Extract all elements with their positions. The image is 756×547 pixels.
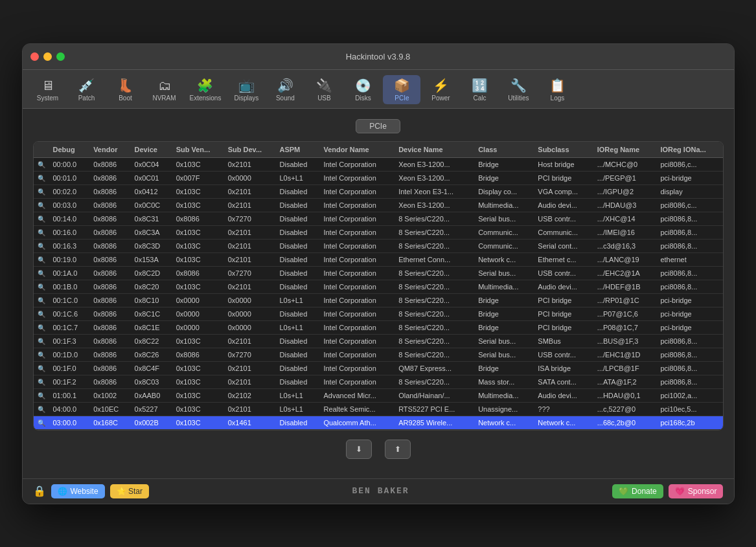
table-row[interactable]: 🔍00:02.00x80860x04120x103C0x2101Disabled…: [34, 184, 723, 198]
cell-ioreg-name: .../PEGP@1: [593, 171, 657, 184]
table-row[interactable]: 🔍00:1A.00x80860x8C2D0x80860x7270Disabled…: [34, 266, 723, 280]
toolbar-label-displays: Displays: [235, 95, 259, 102]
donate-button[interactable]: 💚 Donate: [612, 484, 663, 498]
cell-ioreg-name: .../LPCB@1F: [593, 361, 657, 375]
table-row[interactable]: 🔍00:16.00x80860x8C3A0x103C0x2101Disabled…: [34, 225, 723, 239]
minimize-button[interactable]: [43, 52, 52, 61]
sponsor-button[interactable]: 💗 Sponsor: [669, 484, 724, 498]
col-vendor[interactable]: Vendor: [89, 142, 130, 158]
toolbar-item-patch[interactable]: 💉 Patch: [68, 75, 106, 104]
cell-class: Serial bus...: [474, 266, 534, 280]
row-search-icon[interactable]: 🔍: [34, 388, 49, 402]
cell-device-name: 8 Series/C220...: [395, 293, 474, 307]
toolbar-item-nvram[interactable]: 🗂 NVRAM: [146, 75, 183, 104]
row-search-icon[interactable]: 🔍: [34, 334, 49, 348]
cell-sub-ven...: 0x103C: [172, 361, 224, 375]
row-search-icon[interactable]: 🔍: [34, 157, 49, 171]
cell-sub-ven...: 0x103C: [172, 375, 224, 388]
cell-debug: 00:1B.0: [49, 280, 90, 293]
table-row[interactable]: 🔍03:00.00x168C0x002B0x103C0x1461Disabled…: [34, 416, 723, 429]
row-search-icon[interactable]: 🔍: [34, 171, 49, 184]
website-button[interactable]: 🌐 Website: [51, 484, 105, 498]
table-row[interactable]: 🔍00:1F.00x80860x8C4F0x103C0x2101Disabled…: [34, 361, 723, 375]
row-search-icon[interactable]: 🔍: [34, 375, 49, 388]
table-row[interactable]: 🔍00:00.00x80860x0C040x103C0x2101Disabled…: [34, 157, 723, 171]
table-row[interactable]: 🔍00:14.00x80860x8C310x80860x7270Disabled…: [34, 212, 723, 225]
toolbar-item-boot[interactable]: 👢 Boot: [107, 75, 144, 104]
cell-aspm: Disabled: [276, 157, 320, 171]
table-row[interactable]: 🔍00:1C.70x80860x8C1E0x00000x0000L0s+L1In…: [34, 320, 723, 334]
col-vendor-name[interactable]: Vendor Name: [319, 142, 395, 158]
cell-sub-ven...: 0x103C: [172, 184, 224, 198]
row-search-icon[interactable]: 🔍: [34, 225, 49, 239]
table-row[interactable]: 🔍00:1F.30x80860x8C220x103C0x2101Disabled…: [34, 334, 723, 348]
col-subdev[interactable]: Sub Dev...: [224, 142, 276, 158]
row-search-icon[interactable]: 🔍: [34, 416, 49, 429]
row-search-icon[interactable]: 🔍: [34, 198, 49, 212]
table-row[interactable]: 🔍00:03.00x80860x0C0C0x103C0x2101Disabled…: [34, 198, 723, 212]
table-row[interactable]: 🔍00:1C.60x80860x8C1C0x00000x0000Disabled…: [34, 307, 723, 320]
col-debug[interactable]: Debug: [49, 142, 90, 158]
toolbar-item-displays[interactable]: 📺 Displays: [227, 75, 265, 104]
col-subven[interactable]: Sub Ven...: [172, 142, 224, 158]
col-class[interactable]: Class: [474, 142, 534, 158]
table-row[interactable]: 🔍00:19.00x80860x153A0x103C0x2101Disabled…: [34, 252, 723, 266]
col-ioreg-iona[interactable]: IOReg IONa...: [656, 142, 722, 158]
row-search-icon[interactable]: 🔍: [34, 280, 49, 293]
toolbar-item-sound[interactable]: 🔊 Sound: [266, 75, 304, 104]
row-search-icon[interactable]: 🔍: [34, 239, 49, 252]
cell-vendor: 0x8086: [89, 171, 130, 184]
toolbar-item-system[interactable]: 🖥 System: [29, 75, 67, 104]
col-aspm[interactable]: ASPM: [276, 142, 320, 158]
import-button[interactable]: ⬇: [346, 440, 372, 459]
toolbar-item-pcie[interactable]: 📦 PCIe: [383, 75, 420, 104]
col-device-name[interactable]: Device Name: [395, 142, 474, 158]
row-search-icon[interactable]: 🔍: [34, 402, 49, 416]
cell-ioreg-iona...: pci1002,a...: [656, 388, 722, 402]
row-search-icon[interactable]: 🔍: [34, 348, 49, 361]
cell-sub-ven...: 0x103C: [172, 239, 224, 252]
toolbar-item-power[interactable]: ⚡ Power: [422, 75, 459, 104]
table-row[interactable]: 🔍00:1D.00x80860x8C260x80860x7270Disabled…: [34, 348, 723, 361]
cell-class: Network c...: [474, 252, 534, 266]
star-button[interactable]: ⭐ Star: [110, 484, 149, 498]
row-search-icon[interactable]: 🔍: [34, 320, 49, 334]
cell-vendor: 0x8086: [89, 157, 130, 171]
cell-subclass: Serial cont...: [534, 239, 593, 252]
maximize-button[interactable]: [56, 52, 65, 61]
cell-subclass: VGA comp...: [534, 184, 593, 198]
table-row[interactable]: 🔍01:00.10x10020xAAB00x103C0x2102L0s+L1Ad…: [34, 388, 723, 402]
cell-device-name: 8 Series/C220...: [395, 239, 474, 252]
toolbar-item-calc[interactable]: 🔢 Calc: [461, 75, 498, 104]
cell-ioreg-name: .../HDEF@1B: [593, 280, 657, 293]
row-search-icon[interactable]: 🔍: [34, 361, 49, 375]
row-search-icon[interactable]: 🔍: [34, 252, 49, 266]
table-row[interactable]: 🔍00:1F.20x80860x8C030x103C0x2101Disabled…: [34, 375, 723, 388]
col-subclass[interactable]: Subclass: [534, 142, 593, 158]
col-ioreg-name[interactable]: IOReg Name: [593, 142, 657, 158]
table-row[interactable]: 🔍00:1B.00x80860x8C200x103C0x2101Disabled…: [34, 280, 723, 293]
table-row[interactable]: 🔍00:1C.00x80860x8C100x00000x0000L0s+L1In…: [34, 293, 723, 307]
cell-device: 0x8C1E: [131, 320, 172, 334]
col-device[interactable]: Device: [131, 142, 172, 158]
toolbar-item-utilities[interactable]: 🔧 Utilities: [499, 75, 537, 104]
table-row[interactable]: 🔍00:16.30x80860x8C3D0x103C0x2101Disabled…: [34, 239, 723, 252]
row-search-icon[interactable]: 🔍: [34, 266, 49, 280]
cell-subclass: ISA bridge: [534, 361, 593, 375]
row-search-icon[interactable]: 🔍: [34, 212, 49, 225]
pcie-table-container[interactable]: Debug Vendor Device Sub Ven... Sub Dev..…: [33, 141, 724, 430]
toolbar-item-usb[interactable]: 🔌 USB: [305, 75, 343, 104]
cell-sub-ven...: 0x103C: [172, 280, 224, 293]
export-button[interactable]: ⬆: [385, 440, 411, 459]
row-search-icon[interactable]: 🔍: [34, 307, 49, 320]
toolbar-item-disks[interactable]: 💿 Disks: [344, 75, 382, 104]
cell-sub-dev...: 0x2101: [224, 334, 276, 348]
toolbar-item-logs[interactable]: 📋 Logs: [538, 75, 576, 104]
cell-aspm: Disabled: [276, 252, 320, 266]
close-button[interactable]: [30, 52, 39, 61]
table-row[interactable]: 🔍00:01.00x80860x0C010x007F0x0000L0s+L1In…: [34, 171, 723, 184]
table-row[interactable]: 🔍04:00.00x10EC0x52270x103C0x2101L0s+L1Re…: [34, 402, 723, 416]
row-search-icon[interactable]: 🔍: [34, 184, 49, 198]
toolbar-item-extensions[interactable]: 🧩 Extensions: [185, 75, 227, 104]
row-search-icon[interactable]: 🔍: [34, 293, 49, 307]
